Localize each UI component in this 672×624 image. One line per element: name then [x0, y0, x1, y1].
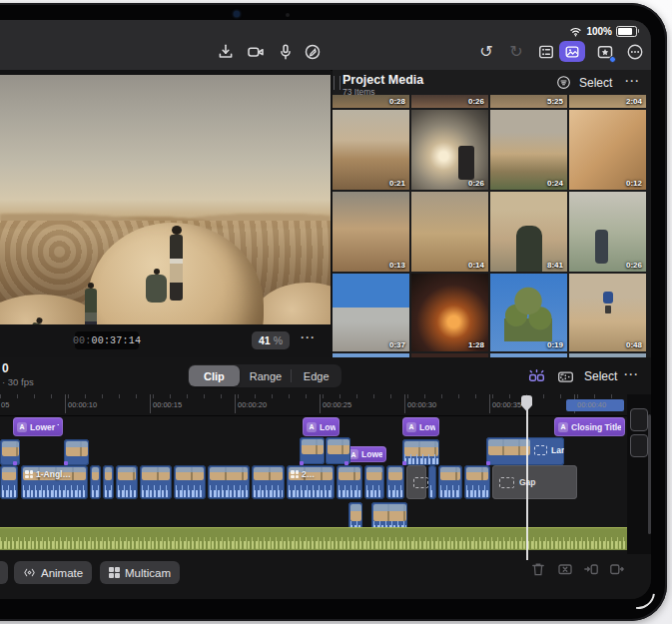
title-clip[interactable]: ALower T…: [13, 417, 63, 436]
timeline-more-button[interactable]: ⋯: [623, 365, 639, 383]
panel-resize-handle-icon[interactable]: [334, 76, 340, 90]
browser-select-button[interactable]: Select: [579, 76, 612, 90]
person-figure: [85, 289, 97, 324]
mode-edge[interactable]: Edge: [291, 364, 341, 387]
vertical-scrollbar[interactable]: [648, 414, 651, 534]
timecode-hours: 00:: [73, 335, 92, 346]
storyline-clip[interactable]: [208, 465, 250, 499]
media-thumbnail[interactable]: 0:37: [333, 274, 409, 351]
clip-duration: 2:04: [626, 97, 642, 106]
undo-button[interactable]: ↺: [476, 42, 496, 62]
more-options-button[interactable]: [625, 42, 645, 62]
storyline-clip[interactable]: [336, 465, 362, 499]
media-thumbnail[interactable]: 0:12: [569, 110, 646, 190]
multicam-button[interactable]: Multicam: [100, 561, 180, 584]
top-toolbar: 100% ↺ ↻: [0, 20, 651, 71]
media-thumbnail[interactable]: 0:26: [411, 95, 488, 108]
clip-duration: 0:24: [547, 179, 563, 188]
gap-clip[interactable]: Gap: [492, 465, 577, 499]
timeline-select-button[interactable]: Select: [584, 369, 617, 383]
microphone-icon: [277, 43, 295, 61]
media-browser-button[interactable]: [559, 41, 585, 62]
storyline-clip[interactable]: [0, 465, 18, 499]
import-icon: [217, 43, 235, 61]
blade-button[interactable]: [557, 561, 575, 579]
media-thumbnail[interactable]: 1:28: [411, 274, 488, 351]
media-thumbnail[interactable]: 0:13: [333, 192, 409, 272]
title-clip[interactable]: ALower…: [344, 446, 386, 462]
title-clip-label: Closing Title: [571, 422, 621, 432]
storyline-clip-multicam[interactable]: 2…: [287, 465, 335, 499]
battery-icon: [616, 26, 637, 37]
clip-duration: 0:26: [626, 261, 642, 270]
storyline-clip[interactable]: [364, 465, 384, 499]
storyline-clip[interactable]: [386, 465, 404, 499]
storyline-clip[interactable]: [428, 465, 436, 499]
record-video-button[interactable]: [246, 42, 266, 62]
clip-duration: 0:19: [547, 340, 563, 349]
add-placeholder-button[interactable]: [555, 367, 575, 385]
pencil-tools-button[interactable]: [303, 42, 323, 62]
mode-clip[interactable]: Clip: [189, 365, 240, 386]
storyline-clip[interactable]: [103, 465, 114, 499]
media-thumbnail[interactable]: 0:48: [569, 274, 646, 351]
title-clip-label: Lower…: [361, 449, 382, 459]
connected-clip-landscape[interactable]: Landscap…: [486, 437, 564, 465]
clip-library-button[interactable]: [595, 42, 615, 62]
media-thumbnail[interactable]: 0:19: [490, 274, 567, 351]
inspector-button[interactable]: [536, 42, 556, 62]
storyline-clip[interactable]: [464, 465, 490, 499]
storyline-clip-multicam[interactable]: 1-Angl…: [21, 465, 88, 499]
append-button[interactable]: [609, 561, 627, 579]
filter-button[interactable]: [556, 75, 571, 94]
audio-waveform: [0, 537, 627, 549]
connected-clip[interactable]: [0, 439, 20, 465]
storyline-clip[interactable]: [140, 465, 172, 499]
timeline-scroll-gutter: [627, 394, 651, 554]
lane-preview[interactable]: [630, 408, 648, 431]
redo-button[interactable]: ↻: [506, 42, 526, 62]
media-thumbnail[interactable]: 0:26: [411, 110, 488, 190]
storyline-clip[interactable]: [438, 465, 462, 499]
delete-button[interactable]: [530, 561, 548, 579]
connected-clip[interactable]: [402, 439, 439, 465]
viewer-panel: 00:00:37:14 41% ⋯: [0, 70, 331, 357]
ruler-label: 00:00:35: [492, 400, 521, 409]
browser-more-button[interactable]: ⋯: [624, 72, 640, 90]
storyline-clip[interactable]: [90, 465, 101, 499]
storyline-clip[interactable]: [174, 465, 206, 499]
media-thumbnail[interactable]: 5:25: [490, 95, 567, 108]
ruler-label: 00:00:15: [153, 400, 182, 409]
import-button[interactable]: [216, 42, 236, 62]
title-clip[interactable]: AClosing Title: [554, 417, 625, 436]
title-clip[interactable]: ALow…: [402, 417, 439, 436]
audio-clip[interactable]: [0, 527, 627, 550]
timecode-display[interactable]: 00:00:37:14: [75, 331, 139, 349]
mode-range[interactable]: Range: [241, 364, 292, 387]
media-thumbnail[interactable]: 8:41: [490, 192, 567, 272]
ruler-minor-ticks: [0, 394, 627, 398]
storyline-clip[interactable]: [116, 465, 138, 499]
zoom-level-button[interactable]: 41%: [252, 331, 290, 349]
timeline-ruler[interactable]: 05 00:00:10 00:00:15 00:00:20 00:00:25 0…: [0, 394, 627, 416]
overwrite-button[interactable]: [583, 561, 601, 579]
animate-button[interactable]: Animate: [14, 561, 92, 584]
media-thumbnail[interactable]: 0:28: [333, 95, 409, 108]
connected-clip[interactable]: [300, 437, 325, 464]
viewer-more-button[interactable]: ⋯: [300, 328, 316, 346]
media-thumbnail[interactable]: 0:26: [569, 192, 646, 272]
viewer-canvas: [0, 75, 331, 324]
enhance-button[interactable]: [526, 367, 546, 385]
media-thumbnail[interactable]: 0:21: [333, 110, 409, 190]
gap-clip[interactable]: G…: [406, 465, 426, 499]
media-thumbnail[interactable]: 0:14: [411, 192, 488, 272]
media-thumbnail[interactable]: 2:04: [569, 95, 646, 108]
record-audio-button[interactable]: [276, 42, 296, 62]
lane-preview[interactable]: [630, 434, 648, 457]
storyline-clip[interactable]: [252, 465, 285, 499]
title-clip[interactable]: ALow…: [303, 417, 339, 436]
connected-clip[interactable]: [326, 437, 350, 464]
partial-button[interactable]: [0, 561, 8, 584]
connected-clip[interactable]: [64, 439, 89, 465]
media-thumbnail[interactable]: 0:24: [490, 110, 567, 190]
